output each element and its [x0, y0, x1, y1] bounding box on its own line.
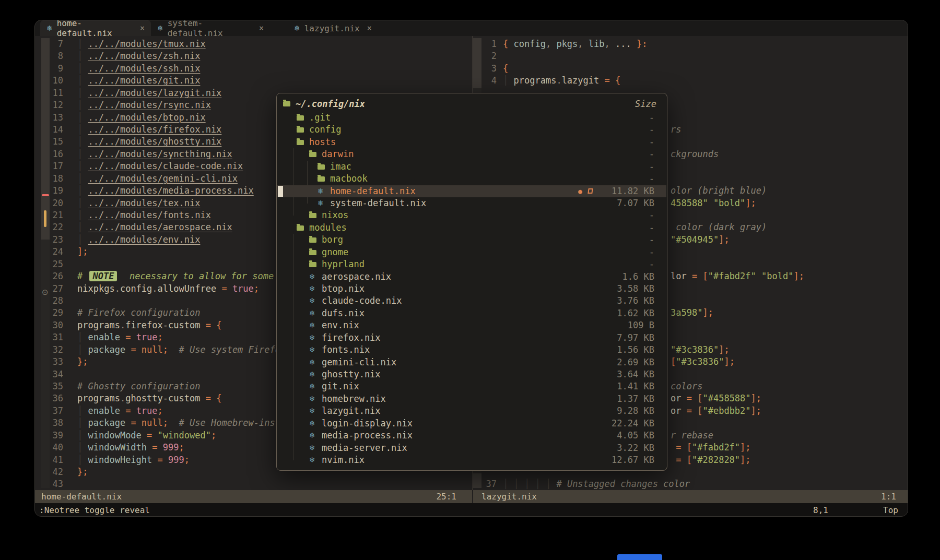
editor-line[interactable]: rs: [671, 124, 681, 136]
tree-folder-row-macbook[interactable]: macbook-: [277, 173, 667, 185]
tree-file-row-lazygit.nix[interactable]: ❄lazygit.nix9.28 KB: [277, 405, 667, 417]
editor-line[interactable]: or = ["#458588"];: [671, 392, 761, 404]
editor-line[interactable]: = ["#282828"];: [671, 454, 751, 466]
editor-line[interactable]: olor (bright blue): [671, 185, 767, 197]
editor-line[interactable]: ];: [77, 246, 88, 258]
editor-line[interactable]: };: [77, 466, 88, 478]
editor-line[interactable]: │ ../../modules/zsh.nix: [77, 50, 200, 62]
tree-folder-row-imac[interactable]: imac-: [277, 161, 667, 173]
file-size: 3.64 KB: [617, 368, 654, 380]
tree-file-row-claude-code.nix[interactable]: ❄claude-code.nix3.76 KB: [277, 295, 667, 307]
nix-file-icon: ❄: [309, 295, 315, 307]
tree-item-label: macbook: [330, 173, 368, 185]
tree-file-row-fonts.nix[interactable]: ❄fonts.nix1.56 KB: [277, 344, 667, 356]
editor-line[interactable]: │ ../../modules/ssh.nix: [77, 63, 200, 75]
tree-folder-row-.git[interactable]: .git-: [277, 112, 667, 124]
tree-file-row-home-default.nix[interactable]: ❄home-default.nix●11.82 KB: [277, 185, 667, 197]
line-number: 39: [48, 430, 63, 442]
editor-line[interactable]: │ ../../modules/ghostty.nix: [77, 136, 221, 148]
editor-line[interactable]: lor = ["#fabd2f" "bold"];: [671, 270, 804, 282]
tab-system-default.nix[interactable]: ❄system-default.nix×: [151, 20, 270, 36]
close-icon[interactable]: ×: [140, 23, 145, 33]
editor-line[interactable]: or = ["#ebdbb2"];: [671, 405, 761, 417]
close-icon[interactable]: ×: [367, 23, 372, 33]
tree-file-row-aerospace.nix[interactable]: ❄aerospace.nix1.6 KB: [277, 271, 667, 283]
line-number: 13: [48, 112, 63, 124]
editor-line[interactable]: 458588" "bold"];: [671, 197, 756, 209]
tree-folder-row-hyprland[interactable]: hyprland-: [277, 258, 667, 270]
editor-line[interactable]: {: [503, 63, 508, 75]
editor-line[interactable]: │ windowWidth = 999;: [77, 442, 184, 454]
editor-line[interactable]: colors: [671, 380, 702, 392]
tree-item-label: config: [309, 124, 341, 136]
tree-file-row-firefox.nix[interactable]: ❄firefox.nix7.97 KB: [277, 332, 667, 344]
editor-line[interactable]: nixpkgs.config.allowUnfree = true;: [77, 283, 259, 295]
tree-file-row-nvim.nix[interactable]: ❄nvim.nix12.67 KB: [277, 454, 667, 466]
command-line[interactable]: :Neotree toggle reveal 8,1 Top: [35, 503, 908, 517]
editor-line[interactable]: = ["#fabd2f"];: [671, 442, 751, 454]
tree-file-row-media-server.nix[interactable]: ❄media-server.nix3.22 KB: [277, 442, 667, 454]
editor-line[interactable]: # NOTE necessary to allow for some pac: [77, 270, 295, 282]
editor-line[interactable]: │ windowHeight = 999;: [77, 454, 190, 466]
editor-line[interactable]: };: [77, 356, 88, 368]
editor-line[interactable]: color (dark gray): [671, 221, 767, 233]
tree-folder-row-hosts[interactable]: hosts-: [277, 136, 667, 148]
tree-folder-row-darwin[interactable]: darwin-: [277, 148, 667, 160]
tree-file-row-btop.nix[interactable]: ❄btop.nix3.58 KB: [277, 283, 667, 295]
tree-file-row-homebrew.nix[interactable]: ❄homebrew.nix1.37 KB: [277, 393, 667, 405]
editor-line[interactable]: ["#3c3836"];: [671, 356, 735, 368]
folder-icon: [318, 176, 325, 182]
editor-line[interactable]: { config, pkgs, lib, ... }:: [503, 38, 647, 50]
close-icon[interactable]: ×: [259, 23, 264, 33]
editor-line[interactable]: 3a598"];: [671, 307, 713, 319]
line-number: 25: [48, 258, 63, 270]
tab-lazygit.nix[interactable]: ❄lazygit.nix×: [288, 20, 378, 36]
editor-line[interactable]: # Ghostty configuration: [77, 380, 200, 392]
editor-line[interactable]: │ ../../modules/rsync.nix: [77, 99, 211, 111]
editor-line[interactable]: programs.ghostty-custom = {: [77, 392, 221, 404]
editor-line[interactable]: │ programs.lazygit = {: [503, 75, 620, 87]
tree-file-row-media-process.nix[interactable]: ❄media-process.nix4.05 KB: [277, 430, 667, 442]
tree-item-label: gnome: [322, 246, 348, 258]
neotree-popup[interactable]: ~/.config/nix Size .git-config-hosts-dar…: [276, 93, 667, 471]
editor-line[interactable]: │ package = null; # Use Homebrew-insta: [77, 417, 286, 429]
editor-line[interactable]: │ ../../modules/btop.nix: [77, 112, 206, 124]
editor-line[interactable]: │ ../../modules/lazygit.nix: [77, 87, 221, 99]
editor-line[interactable]: │ ../../modules/syncthing.nix: [77, 148, 232, 160]
tree-folder-row-borg[interactable]: borg-: [277, 234, 667, 246]
tree-file-row-env.nix[interactable]: ❄env.nix109 B: [277, 319, 667, 331]
editor-line[interactable]: ckgrounds: [671, 148, 719, 160]
editor-line[interactable]: "#3c3836"];: [671, 344, 730, 356]
tab-home-default.nix[interactable]: ❄home-default.nix×: [40, 20, 151, 36]
editor-line[interactable]: │ ../../modules/env.nix: [77, 234, 200, 246]
file-size: 1.62 KB: [617, 307, 654, 319]
editor-line[interactable]: │ ../../modules/aerospace.nix: [77, 221, 232, 233]
editor-line[interactable]: │ ../../modules/git.nix: [77, 75, 200, 87]
editor-line[interactable]: # Firefox configuration: [77, 307, 200, 319]
tree-folder-row-nixos[interactable]: nixos-: [277, 209, 667, 221]
tree-file-row-login-display.nix[interactable]: ❄login-display.nix22.24 KB: [277, 418, 667, 430]
editor-line[interactable]: │ ../../modules/tex.nix: [77, 197, 200, 209]
tree-file-row-dufs.nix[interactable]: ❄dufs.nix1.62 KB: [277, 307, 667, 319]
editor-line[interactable]: │ ../../modules/media-process.nix: [77, 185, 254, 197]
editor-line[interactable]: programs.firefox-custom = {: [77, 319, 221, 331]
editor-line[interactable]: │ ../../modules/claude-code.nix: [77, 160, 243, 172]
editor-line[interactable]: │ package = null; # Use system Firefox: [77, 344, 286, 356]
editor-line[interactable]: "#504945"];: [671, 234, 730, 246]
tree-folder-row-gnome[interactable]: gnome-: [277, 246, 667, 258]
editor-line[interactable]: │ ../../modules/tmux.nix: [77, 38, 206, 50]
editor-line[interactable]: │ ../../modules/fonts.nix: [77, 209, 211, 221]
tree-file-row-gemini-cli.nix[interactable]: ❄gemini-cli.nix2.69 KB: [277, 356, 667, 368]
tree-folder-row-config[interactable]: config-: [277, 124, 667, 136]
editor-line[interactable]: │ enable = true;: [77, 331, 163, 343]
editor-line[interactable]: r rebase: [671, 430, 713, 442]
editor-line[interactable]: │ │ │ │ │ # Unstagged changes color: [503, 478, 690, 490]
tree-folder-row-modules[interactable]: modules-: [277, 222, 667, 234]
editor-line[interactable]: │ enable = true;: [77, 405, 163, 417]
tree-file-row-ghostty.nix[interactable]: ❄ghostty.nix3.64 KB: [277, 368, 667, 380]
tree-file-row-git.nix[interactable]: ❄git.nix1.41 KB: [277, 380, 667, 392]
editor-line[interactable]: │ ../../modules/gemini-cli.nix: [77, 173, 238, 185]
tree-file-row-system-default.nix[interactable]: ❄system-default.nix7.07 KB: [277, 197, 667, 209]
editor-line[interactable]: │ ../../modules/firefox.nix: [77, 124, 221, 136]
editor-line[interactable]: │ windowMode = "windowed";: [77, 430, 216, 442]
